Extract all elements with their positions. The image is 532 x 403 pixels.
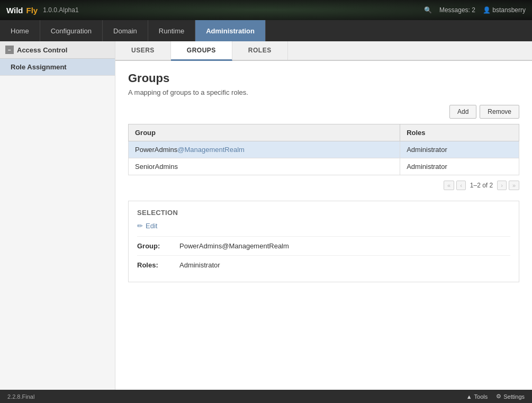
tab-roles[interactable]: ROLES	[232, 41, 288, 60]
collapse-icon[interactable]: −	[5, 46, 14, 54]
pagination: « ‹ 1–2 of 2 › »	[128, 181, 519, 190]
tools-label: Tools	[474, 393, 488, 400]
sidebar: − Access Control Role Assignment	[0, 41, 115, 390]
nav-item-home[interactable]: Home	[0, 20, 40, 41]
sidebar-header-label: Access Control	[17, 46, 67, 54]
logo-wild: Wild	[6, 6, 23, 15]
selection-panel: Selection ✏ Edit Group: PowerAdmins@Mana…	[128, 201, 519, 282]
logo-fly: Fly	[26, 6, 38, 15]
col-group: Group	[129, 124, 400, 141]
remove-button[interactable]: Remove	[480, 105, 519, 119]
table-header: Group Roles	[129, 124, 519, 141]
groups-table: Group Roles PowerAdmins@ManagementRealm …	[128, 124, 519, 175]
tab-users[interactable]: USERS	[115, 41, 171, 60]
tools-link[interactable]: ▲ Tools	[466, 393, 488, 400]
version-label: 1.0.0.Alpha1	[43, 6, 78, 14]
group-value: PowerAdmins@ManagementRealm	[179, 242, 289, 250]
col-roles: Roles	[400, 124, 519, 141]
page-content: Groups A mapping of groups to a specific…	[115, 61, 532, 390]
cell-roles: Administrator	[400, 141, 519, 158]
group-label: Group:	[137, 242, 179, 250]
selection-title: Selection	[137, 209, 510, 217]
footer-version: 2.2.8.Final	[7, 393, 34, 400]
edit-link[interactable]: ✏ Edit	[137, 222, 157, 230]
sidebar-item-label: Role Assignment	[11, 63, 67, 71]
search-icon[interactable]: 🔍	[424, 6, 432, 14]
nav-item-domain[interactable]: Domain	[103, 20, 148, 41]
edit-icon: ✏	[137, 222, 143, 230]
first-page-button[interactable]: «	[444, 181, 454, 190]
roles-label: Roles:	[137, 261, 179, 269]
roles-value: Administrator	[179, 261, 220, 269]
table-body: PowerAdmins@ManagementRealm Administrato…	[129, 141, 519, 175]
detail-row-group: Group: PowerAdmins@ManagementRealm	[137, 236, 510, 255]
topbar-left: WildFly 1.0.0.Alpha1	[6, 6, 79, 15]
content-area: − Access Control Role Assignment USERS G…	[0, 41, 532, 390]
page-title: Groups	[128, 71, 519, 85]
sidebar-item-role-assignment[interactable]: Role Assignment	[0, 59, 115, 76]
sidebar-header: − Access Control	[0, 41, 115, 59]
topbar: WildFly 1.0.0.Alpha1 🔍 Messages: 2 👤 bst…	[0, 0, 532, 20]
last-page-button[interactable]: »	[509, 181, 519, 190]
main-panel: USERS GROUPS ROLES Groups A mapping of g…	[115, 41, 532, 390]
tab-groups[interactable]: GROUPS	[171, 41, 232, 61]
edit-label: Edit	[146, 222, 157, 230]
tools-icon: ▲	[466, 393, 472, 400]
nav-item-runtime[interactable]: Runtime	[148, 20, 195, 41]
add-button[interactable]: Add	[449, 105, 476, 119]
footer: 2.2.8.Final ▲ Tools ⚙ Settings	[0, 390, 532, 403]
toolbar: Add Remove	[128, 105, 519, 119]
footer-right: ▲ Tools ⚙ Settings	[466, 393, 525, 400]
cell-group: SeniorAdmins	[129, 158, 400, 175]
settings-link[interactable]: ⚙ Settings	[496, 393, 525, 400]
settings-label: Settings	[503, 393, 525, 400]
detail-row-roles: Roles: Administrator	[137, 255, 510, 274]
navbar: Home Configuration Domain Runtime Admini…	[0, 20, 532, 41]
page-info: 1–2 of 2	[470, 182, 493, 189]
prev-page-button[interactable]: ‹	[456, 181, 466, 190]
next-page-button[interactable]: ›	[497, 181, 507, 190]
tabs: USERS GROUPS ROLES	[115, 41, 532, 61]
cell-roles: Administrator	[400, 158, 519, 175]
group-realm: @ManagementRealm	[177, 146, 245, 154]
topbar-right: 🔍 Messages: 2 👤 bstansberry	[424, 6, 526, 14]
page-subtitle: A mapping of groups to a specific roles.	[128, 88, 519, 96]
settings-icon: ⚙	[496, 393, 501, 400]
table-row[interactable]: PowerAdmins@ManagementRealm Administrato…	[129, 141, 519, 158]
table-row[interactable]: SeniorAdmins Administrator	[129, 158, 519, 175]
messages-link[interactable]: Messages: 2	[439, 6, 475, 14]
nav-item-administration[interactable]: Administration	[195, 20, 266, 41]
user-menu[interactable]: 👤 bstansberry	[483, 6, 526, 14]
nav-item-configuration[interactable]: Configuration	[40, 20, 103, 41]
cell-group: PowerAdmins@ManagementRealm	[129, 141, 400, 158]
